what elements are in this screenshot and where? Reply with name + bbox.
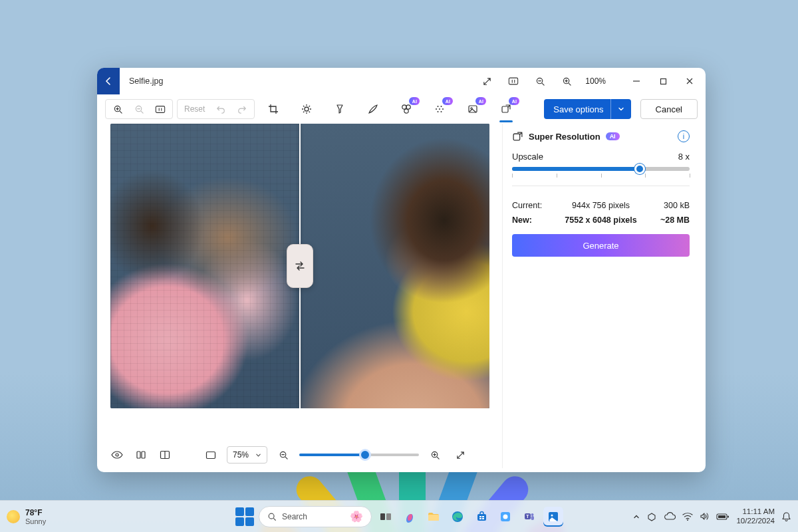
zoom-select[interactable]: 75% [227, 446, 267, 464]
svg-rect-34 [428, 515, 439, 521]
svg-rect-25 [142, 452, 145, 458]
svg-point-18 [438, 111, 439, 112]
new-label: New: [512, 215, 559, 225]
zoom-in-footer-icon[interactable] [426, 446, 444, 464]
super-resolution-tool-icon[interactable]: AI [497, 100, 515, 118]
back-button[interactable] [97, 68, 120, 94]
svg-rect-30 [513, 134, 520, 140]
upscale-value: 8 x [678, 152, 690, 162]
copilot-app-icon[interactable] [495, 507, 515, 527]
zoom-slider[interactable] [299, 454, 419, 456]
search-placeholder: Search [282, 512, 307, 521]
ai-badge-icon: AI [442, 97, 453, 105]
super-resolution-panel: Super Resolution AI i Upscale 8 x Curren… [502, 124, 699, 468]
actual-size-icon[interactable] [501, 71, 525, 91]
notifications-tray-icon[interactable] [781, 511, 791, 522]
edge-icon[interactable] [448, 507, 467, 527]
weather-widget[interactable]: 78°F Sunny [7, 508, 46, 525]
maximize-button[interactable] [651, 71, 675, 91]
upscale-slider-thumb[interactable] [634, 164, 645, 174]
svg-rect-32 [380, 513, 385, 520]
minimize-button[interactable] [624, 71, 648, 91]
reset-button[interactable]: Reset [180, 104, 209, 114]
task-view-icon[interactable] [376, 507, 396, 527]
svg-point-42 [503, 514, 508, 519]
chevron-up-icon[interactable] [633, 513, 640, 520]
svg-rect-38 [482, 516, 484, 517]
sun-icon [7, 510, 20, 523]
svg-rect-24 [137, 452, 140, 458]
undo-icon[interactable] [211, 100, 230, 118]
ai-badge-icon: AI [509, 97, 519, 105]
split-view-icon[interactable] [156, 446, 174, 464]
svg-rect-33 [386, 513, 391, 520]
fit-tool-icon[interactable] [151, 100, 170, 118]
filter-tool-icon[interactable] [331, 100, 349, 118]
search-icon [267, 512, 277, 521]
onedrive-tray-icon[interactable] [646, 511, 657, 522]
ai-effects-tool-icon[interactable]: AI [397, 100, 416, 118]
canvas-area [104, 124, 495, 442]
view-original-icon[interactable] [108, 446, 126, 464]
zoom-out-footer-icon[interactable] [274, 446, 293, 464]
zoom-in-tool-icon[interactable] [108, 100, 127, 118]
svg-point-23 [116, 454, 118, 456]
zoom-in-icon[interactable] [555, 71, 579, 91]
svg-point-17 [441, 106, 442, 107]
store-icon[interactable] [471, 507, 491, 527]
expand-icon[interactable] [475, 71, 499, 91]
close-button[interactable] [678, 71, 702, 91]
upscale-slider[interactable] [512, 167, 690, 171]
svg-point-2 [515, 82, 515, 83]
wifi-tray-icon[interactable] [682, 512, 693, 521]
cancel-button[interactable]: Cancel [640, 99, 698, 119]
cloud-tray-icon[interactable] [664, 512, 676, 521]
svg-rect-8 [156, 106, 164, 112]
compare-toggle-icon[interactable] [132, 446, 150, 464]
svg-rect-27 [206, 452, 215, 458]
image-preview[interactable] [110, 124, 489, 408]
battery-tray-icon[interactable] [716, 513, 730, 521]
filename-label: Selfie.jpg [129, 76, 163, 86]
start-button[interactable] [235, 507, 255, 527]
adjust-tool-icon[interactable] [297, 100, 316, 118]
current-dims: 944x 756 pixels [559, 201, 643, 210]
teams-icon[interactable]: T [519, 507, 539, 527]
ai-blur-tool-icon[interactable]: AI [430, 100, 449, 118]
generate-button[interactable]: Generate [512, 234, 690, 257]
redo-icon[interactable] [233, 100, 251, 118]
markup-tool-icon[interactable] [364, 100, 382, 118]
generate-label: Generate [583, 241, 618, 251]
photos-app-window: Selfie.jpg 100% [97, 68, 706, 472]
svg-point-14 [439, 108, 440, 110]
taskbar-clock[interactable]: 11:11 AM 10/22/2024 [736, 507, 775, 525]
crop-tool-icon[interactable] [264, 100, 283, 118]
volume-tray-icon[interactable] [700, 512, 710, 521]
copilot-icon[interactable] [400, 507, 420, 527]
chevron-down-icon [255, 452, 261, 458]
system-tray[interactable]: 11:11 AM 10/22/2024 [633, 507, 791, 525]
svg-point-12 [404, 109, 408, 113]
compare-divider[interactable] [299, 124, 301, 408]
fit-screen-icon[interactable] [201, 446, 220, 464]
zoom-slider-thumb[interactable] [359, 449, 371, 461]
svg-point-45 [531, 513, 534, 516]
ai-erase-tool-icon[interactable]: AI [464, 100, 482, 118]
svg-rect-36 [477, 514, 486, 521]
photos-app-icon[interactable] [543, 507, 563, 527]
info-icon[interactable]: i [678, 130, 690, 142]
zoom-tool-group [105, 99, 173, 119]
save-options-button[interactable]: Save options [544, 99, 630, 119]
zoom-out-icon[interactable] [528, 71, 552, 91]
fullscreen-icon[interactable] [451, 446, 469, 464]
explorer-icon[interactable] [424, 507, 444, 527]
taskbar-search[interactable]: Search 🌸 [259, 506, 372, 527]
clock-time: 11:11 AM [736, 507, 775, 516]
weather-temp: 78°F [25, 508, 46, 517]
svg-rect-5 [660, 78, 666, 84]
history-tool-group: Reset [177, 99, 255, 119]
compare-swap-handle[interactable] [287, 244, 313, 288]
titlebar: Selfie.jpg 100% [97, 68, 706, 94]
zoom-out-tool-icon[interactable] [130, 100, 148, 118]
svg-rect-51 [718, 515, 726, 518]
